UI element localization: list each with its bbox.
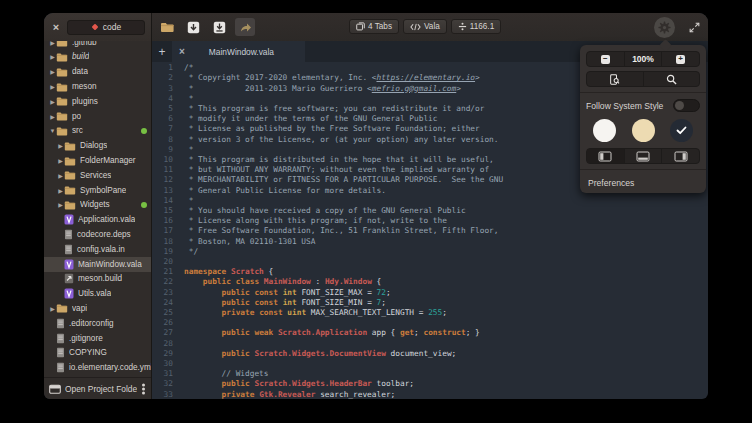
line-number: 9 <box>152 145 178 155</box>
tree-item-meson-build[interactable]: meson.build <box>44 271 151 286</box>
tree-item-vapi[interactable]: ▶vapi <box>44 301 151 316</box>
tree-item-utils-vala[interactable]: Utils.vala <box>44 286 151 301</box>
tree-item-build[interactable]: ▶build <box>44 49 151 64</box>
tree-item--gitignore[interactable]: .gitignore <box>44 331 151 346</box>
code-line: 24 public const int FONT_SIZE_MIN = 7; <box>152 298 708 308</box>
expander-icon[interactable]: ▶ <box>49 41 56 46</box>
search-button[interactable] <box>644 72 700 86</box>
settings-popover: − 100% + Follow System Style <box>580 45 706 193</box>
code-line: 27 public weak Scratch.Application app {… <box>152 328 708 338</box>
share-button[interactable] <box>235 18 255 36</box>
1166-1-button[interactable]: 1166.1 <box>451 19 501 34</box>
tree-item-widgets[interactable]: ▶Widgets <box>44 197 151 212</box>
vala-button[interactable]: Vala <box>403 19 447 34</box>
code-line: 29 public Scratch.Widgets.DocumentView d… <box>152 349 708 359</box>
line-number: 27 <box>152 328 178 338</box>
line-number: 33 <box>152 390 178 399</box>
share-icon <box>239 22 252 33</box>
expander-icon[interactable]: ▶ <box>49 305 56 312</box>
tree-item--github[interactable]: ▶.github <box>44 41 151 50</box>
tree-item-symbolpane[interactable]: ▶SymbolPane <box>44 183 151 198</box>
expander-icon[interactable]: ▶ <box>57 201 64 208</box>
expander-icon[interactable]: ▶ <box>57 172 64 179</box>
preferences-menu-item[interactable]: Preferences <box>586 178 700 188</box>
new-tab-button[interactable]: + <box>152 41 172 62</box>
tree-item-dialogs[interactable]: ▶Dialogs <box>44 138 151 153</box>
expander-icon[interactable]: ▼ <box>49 128 56 134</box>
save-icon <box>187 21 200 34</box>
follow-system-style-toggle[interactable] <box>673 99 700 112</box>
script-file-icon <box>64 273 74 284</box>
kebab-menu-icon[interactable] <box>141 383 146 395</box>
line-number: 1 <box>152 63 178 73</box>
tree-item-codecore-deps[interactable]: codecore.deps <box>44 227 151 242</box>
code-line: 28 <box>152 339 708 349</box>
file-icon <box>64 244 73 255</box>
expander-icon[interactable]: ▶ <box>49 113 56 120</box>
line-number: 15 <box>152 206 178 216</box>
toolbar: 4 TabsVala1166.1 <box>152 13 708 41</box>
find-control <box>586 71 700 87</box>
zoom-out-icon: − <box>601 55 610 64</box>
tree-item-io-elementary-code-yml[interactable]: io.elementary.code.yml <box>44 360 151 375</box>
sidebar-left-icon <box>598 151 612 162</box>
find-in-files-button[interactable] <box>587 72 644 86</box>
layout-sidebar-left-button[interactable] <box>587 149 625 163</box>
code-line: 19 */ <box>152 247 708 257</box>
zoom-in-button[interactable]: + <box>662 52 699 66</box>
line-number: 13 <box>152 186 178 196</box>
modified-badge <box>141 202 147 208</box>
open-folder-button[interactable] <box>157 18 177 36</box>
expander-icon[interactable]: ▶ <box>49 83 56 90</box>
expander-icon[interactable]: ▶ <box>57 142 64 149</box>
code-line: 30 <box>152 359 708 369</box>
tab-mainwindow[interactable]: × MainWindow.vala <box>172 41 305 62</box>
open-project-folder-button[interactable]: Open Project Folder… <box>44 377 151 399</box>
code-line: 33 private Gtk.Revealer search_revealer; <box>152 390 708 399</box>
line-number: 18 <box>152 237 178 247</box>
style-dark-option[interactable] <box>670 119 693 142</box>
line-number: 4 <box>152 94 178 104</box>
line-number: 17 <box>152 226 178 236</box>
window-close-button[interactable]: × <box>50 22 62 33</box>
tree-item-src[interactable]: ▼src <box>44 123 151 138</box>
expander-icon[interactable]: ▶ <box>49 98 56 105</box>
tree-item-plugins[interactable]: ▶plugins <box>44 94 151 109</box>
expander-icon[interactable]: ▶ <box>49 68 56 75</box>
tree-item-copying[interactable]: COPYING <box>44 345 151 360</box>
project-chip[interactable]: code <box>67 20 145 35</box>
tree-item-services[interactable]: ▶Services <box>44 168 151 183</box>
tree-item-foldermanager[interactable]: ▶FolderManager <box>44 153 151 168</box>
line-number: 2 <box>152 73 178 83</box>
style-light-option[interactable] <box>593 119 616 142</box>
layout-sidebar-right-button[interactable] <box>662 149 699 163</box>
layout-panel-bottom-button[interactable] <box>625 149 663 163</box>
4-tabs-button[interactable]: 4 Tabs <box>349 19 399 34</box>
tree-item-application-vala[interactable]: Application.vala <box>44 212 151 227</box>
header-bar: × code 4 TabsVala1166.1 <box>44 13 708 41</box>
folder-open-icon <box>160 21 175 33</box>
code-line: 18 * Boston, MA 02110-1301 USA <box>152 237 708 247</box>
expander-icon[interactable]: ▶ <box>57 157 64 164</box>
save-as-button[interactable] <box>209 18 229 36</box>
tree-item-data[interactable]: ▶data <box>44 64 151 79</box>
fullscreen-icon[interactable] <box>689 22 700 33</box>
check-icon <box>676 126 687 135</box>
line-number: 12 <box>152 175 178 185</box>
tree-item-config-vala-in[interactable]: config.vala.in <box>44 242 151 257</box>
tree-item-mainwindow-vala[interactable]: MainWindow.vala <box>44 257 151 272</box>
tree-item--editorconfig[interactable]: .editorconfig <box>44 316 151 331</box>
settings-button[interactable] <box>654 17 675 38</box>
file-icon <box>56 362 65 373</box>
zoom-out-button[interactable]: − <box>587 52 625 66</box>
zoom-control: − 100% + <box>586 51 700 67</box>
expander-icon[interactable]: ▶ <box>57 187 64 194</box>
line-number: 30 <box>152 359 178 369</box>
tree-item-meson[interactable]: ▶meson <box>44 79 151 94</box>
tree-item-po[interactable]: ▶po <box>44 109 151 124</box>
save-button[interactable] <box>183 18 203 36</box>
project-folder-icon <box>49 384 61 394</box>
file-icon <box>56 318 65 329</box>
style-sand-option[interactable] <box>632 119 655 142</box>
expander-icon[interactable]: ▶ <box>49 53 56 60</box>
